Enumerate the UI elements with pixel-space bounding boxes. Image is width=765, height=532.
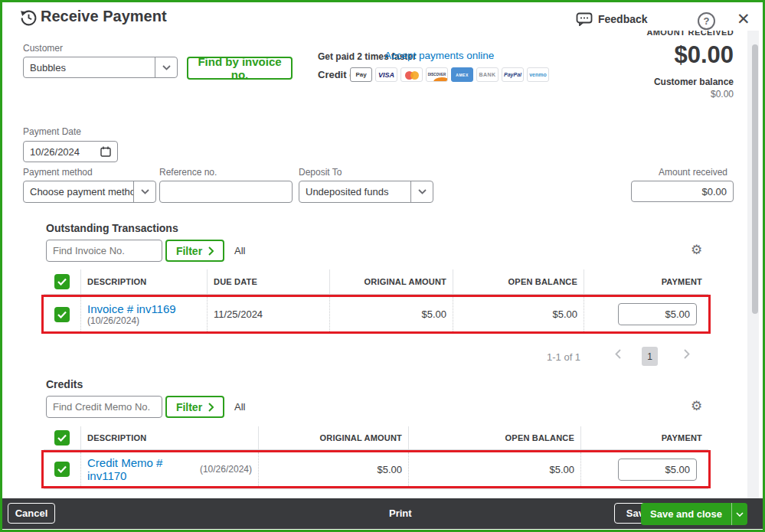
credits-title: Credits xyxy=(46,378,83,390)
outstanding-table-header: DESCRIPTION DUE DATE ORIGINAL AMOUNT OPE… xyxy=(44,269,708,295)
customer-select[interactable]: Bubbles xyxy=(23,57,178,78)
payment-method-label: Payment method xyxy=(23,167,93,178)
col-due-date: DUE DATE xyxy=(207,269,329,294)
annotation-red-box-credit-memo: Credit Memo # inv1170 (10/26/2024) $5.00… xyxy=(41,450,711,488)
next-page-icon[interactable] xyxy=(684,348,690,362)
scrollbar-thumb[interactable] xyxy=(752,44,758,314)
payment-date-value: 10/26/2024 xyxy=(24,146,100,158)
col-open-balance: OPEN BALANCE xyxy=(453,269,584,294)
payment-date-label: Payment Date xyxy=(23,126,81,137)
cancel-button[interactable]: Cancel xyxy=(8,503,55,524)
feedback-label: Feedback xyxy=(598,13,648,25)
invoice-date-sub: (10/26/2024) xyxy=(87,315,139,326)
amount-received-total: $0.00 xyxy=(674,41,734,69)
feedback-bubble-icon xyxy=(576,12,593,26)
find-invoice-field[interactable] xyxy=(46,240,162,262)
credit-memo-payment-input[interactable] xyxy=(619,464,696,475)
invoice-due-date: 11/25/2024 xyxy=(207,297,329,331)
invoice-link[interactable]: Invoice # inv1169 xyxy=(87,302,176,315)
scrollbar-track[interactable] xyxy=(747,31,759,498)
invoice-row-checkbox[interactable] xyxy=(54,307,70,322)
bank-icon: BANK xyxy=(476,67,499,82)
receive-payment-window: Receive Payment Feedback ? ✕ Customer Bu… xyxy=(0,0,765,532)
visa-icon: VISA xyxy=(375,67,397,82)
amount-received-field-label: Amount received xyxy=(659,167,727,178)
credit-memo-row: Credit Memo # inv1170 (10/26/2024) $5.00… xyxy=(44,452,708,486)
col-open-balance: OPEN BALANCE xyxy=(408,426,580,449)
find-by-invoice-button[interactable]: Find by invoice no. xyxy=(187,57,293,80)
find-credit-memo-field[interactable] xyxy=(46,396,162,418)
customer-balance-value: $0.00 xyxy=(711,89,734,100)
chevron-down-icon[interactable] xyxy=(133,181,155,202)
payment-method-value: Choose payment method xyxy=(24,186,133,197)
customer-balance-label: Customer balance xyxy=(654,77,734,87)
invoice-open-balance: $5.00 xyxy=(453,297,584,331)
chevron-down-icon[interactable] xyxy=(731,503,747,525)
credit-memo-link[interactable]: Credit Memo # inv1170 xyxy=(87,456,195,482)
history-icon[interactable] xyxy=(19,8,38,31)
payment-date-input[interactable]: 10/26/2024 xyxy=(23,141,118,162)
deposit-to-value: Undeposited funds xyxy=(299,186,410,197)
outstanding-transactions-title: Outstanding Transactions xyxy=(46,222,178,234)
find-credit-memo-input[interactable] xyxy=(47,401,162,413)
amount-received-input[interactable] xyxy=(632,186,733,197)
chevron-down-icon[interactable] xyxy=(410,181,433,202)
page-number-button[interactable]: 1 xyxy=(642,347,658,366)
prev-page-icon[interactable] xyxy=(615,348,621,362)
gear-icon[interactable]: ⚙ xyxy=(691,400,702,413)
amex-icon: AMEX xyxy=(451,67,473,82)
accept-payments-link[interactable]: Accept payments online xyxy=(384,50,494,61)
filter-all-label-credits: All xyxy=(234,401,245,413)
invoice-payment-input[interactable] xyxy=(619,308,696,320)
customer-label: Customer xyxy=(23,43,63,54)
filter-all-label-outstanding: All xyxy=(234,245,245,256)
mastercard-icon xyxy=(400,67,423,82)
reference-no-label: Reference no. xyxy=(159,167,217,178)
amount-received-heading: AMOUNT RECEIVED xyxy=(646,31,734,38)
save-and-close-button[interactable]: Save and close xyxy=(641,503,747,525)
help-button[interactable]: ? xyxy=(698,12,715,30)
discover-icon: DISCOVER xyxy=(426,67,448,82)
feedback-button[interactable]: Feedback xyxy=(576,12,648,26)
pagination-range: 1-1 of 1 xyxy=(547,351,580,363)
credit-memo-date-sub: (10/26/2024) xyxy=(200,464,252,475)
calendar-icon[interactable] xyxy=(100,146,117,157)
invoice-row: Invoice # inv1169 (10/26/2024) 11/25/202… xyxy=(44,297,708,331)
col-payment: PAYMENT xyxy=(580,426,708,449)
close-icon[interactable]: ✕ xyxy=(737,10,750,28)
select-all-checkbox-outstanding[interactable] xyxy=(54,274,70,289)
gear-icon[interactable]: ⚙ xyxy=(691,243,702,256)
annotation-red-box-invoice: Invoice # inv1169 (10/26/2024) 11/25/202… xyxy=(41,295,711,334)
reference-no-input[interactable] xyxy=(160,186,292,197)
deposit-to-label: Deposit To xyxy=(299,167,342,178)
filter-button-credits[interactable]: Filter xyxy=(165,396,224,418)
footer-bar: Cancel Print Save Save and close xyxy=(2,498,763,529)
find-invoice-input[interactable] xyxy=(47,245,162,256)
credit-memo-original-amount: $5.00 xyxy=(258,452,408,486)
credit-memo-open-balance: $5.00 xyxy=(408,452,580,486)
paypal-icon: PayPal xyxy=(502,67,524,82)
credits-table: DESCRIPTION ORIGINAL AMOUNT OPEN BALANCE… xyxy=(44,426,708,489)
print-button[interactable]: Print xyxy=(389,508,412,519)
payment-method-select[interactable]: Choose payment method xyxy=(23,181,156,203)
customer-value: Bubbles xyxy=(24,62,155,73)
deposit-to-select[interactable]: Undeposited funds xyxy=(299,181,433,203)
amount-received-field[interactable] xyxy=(631,181,734,202)
credit-memo-checkbox[interactable] xyxy=(54,462,70,477)
chevron-down-icon[interactable] xyxy=(155,57,177,77)
help-icon: ? xyxy=(704,15,710,27)
col-description: DESCRIPTION xyxy=(80,269,207,294)
venmo-icon: venmo xyxy=(527,67,549,82)
apple-pay-icon: Pay xyxy=(350,67,372,82)
outstanding-table: DESCRIPTION DUE DATE ORIGINAL AMOUNT OPE… xyxy=(44,269,708,334)
reference-no-field[interactable] xyxy=(159,181,293,203)
select-all-checkbox-credits[interactable] xyxy=(54,430,70,446)
save-and-close-label: Save and close xyxy=(641,503,731,525)
chevron-right-icon xyxy=(208,246,214,256)
credits-table-header: DESCRIPTION ORIGINAL AMOUNT OPEN BALANCE… xyxy=(44,426,708,450)
filter-button-outstanding[interactable]: Filter xyxy=(165,240,224,262)
invoice-payment-field[interactable] xyxy=(618,303,697,325)
credit-memo-payment-field[interactable] xyxy=(618,459,697,481)
chevron-right-icon xyxy=(208,403,214,412)
col-description: DESCRIPTION xyxy=(80,426,258,449)
